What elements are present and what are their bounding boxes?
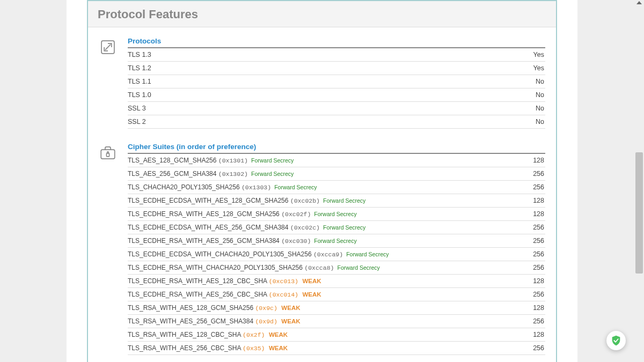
ciphers-title: Cipher Suites (in order of preference): [128, 143, 545, 154]
cipher-cell: TLS_RSA_WITH_AES_128_CBC_SHA (0x2f) WEAK: [128, 328, 526, 342]
page-container: Protocol Features Protocols TLS 1.3YesTL…: [67, 0, 577, 362]
table-row: TLS_ECDHE_ECDSA_WITH_AES_256_GCM_SHA384 …: [128, 221, 545, 234]
cipher-name: TLS_ECDHE_RSA_WITH_AES_128_GCM_SHA256: [128, 210, 281, 218]
cipher-cell: TLS_RSA_WITH_AES_128_GCM_SHA256 (0x9c) W…: [128, 301, 526, 315]
cipher-hex: (0xc02b): [290, 197, 320, 204]
cipher-bits: 256: [526, 167, 545, 181]
protocol-value: No: [410, 115, 545, 129]
table-row: TLS 1.3Yes: [128, 48, 545, 62]
table-row: TLS_ECDHE_RSA_WITH_CHACHA20_POLY1305_SHA…: [128, 261, 545, 275]
scroll-up-arrow-icon[interactable]: [636, 1, 642, 4]
table-row: TLS_ECDHE_RSA_WITH_AES_128_CBC_SHA (0xc0…: [128, 275, 545, 288]
cipher-cell: TLS_ECDHE_RSA_WITH_AES_128_CBC_SHA (0xc0…: [128, 275, 526, 288]
cipher-cell: TLS_ECDHE_ECDSA_WITH_CHACHA20_POLY1305_S…: [128, 248, 526, 261]
cipher-name: TLS_ECDHE_ECDSA_WITH_CHACHA20_POLY1305_S…: [128, 250, 313, 258]
protocol-name: SSL 3: [128, 102, 410, 115]
protocol-value: Yes: [410, 48, 545, 62]
cipher-cell: TLS_ECDHE_RSA_WITH_AES_256_CBC_SHA (0xc0…: [128, 288, 526, 301]
protocol-name: TLS 1.0: [128, 88, 410, 102]
cipher-cell: TLS_AES_128_GCM_SHA256 (0x1301)Forward S…: [128, 154, 526, 167]
ciphers-table: TLS_AES_128_GCM_SHA256 (0x1301)Forward S…: [128, 154, 545, 355]
cipher-cell: TLS_RSA_WITH_AES_256_GCM_SHA384 (0x9d) W…: [128, 315, 526, 328]
protocols-title: Protocols: [128, 37, 545, 48]
weak-tag: WEAK: [302, 291, 321, 298]
cipher-hex: (0xc030): [281, 238, 311, 245]
cipher-cell: TLS_ECDHE_RSA_WITH_CHACHA20_POLY1305_SHA…: [128, 261, 526, 275]
protocol-name: TLS 1.1: [128, 75, 410, 88]
cipher-name: TLS_ECDHE_RSA_WITH_AES_256_CBC_SHA: [128, 291, 269, 298]
cipher-hex: (0x1302): [218, 171, 248, 178]
forward-secrecy-tag: Forward Secrecy: [314, 211, 356, 217]
cipher-cell: TLS_RSA_WITH_AES_256_CBC_SHA (0x35) WEAK: [128, 342, 526, 355]
expand-icon: [99, 37, 125, 129]
cipher-bits: 256: [526, 261, 545, 275]
cipher-name: TLS_RSA_WITH_AES_128_GCM_SHA256: [128, 304, 255, 312]
cipher-name: TLS_RSA_WITH_AES_128_CBC_SHA: [128, 331, 243, 338]
table-row: TLS_ECDHE_RSA_WITH_AES_128_GCM_SHA256 (0…: [128, 208, 545, 221]
weak-tag: WEAK: [302, 278, 321, 284]
cipher-hex: (0xcca9): [313, 251, 343, 258]
cipher-bits: 256: [526, 234, 545, 248]
ciphers-section: Cipher Suites (in order of preference) T…: [99, 143, 545, 355]
protocol-features-panel: Protocol Features Protocols TLS 1.3YesTL…: [87, 0, 557, 362]
protocol-name: SSL 2: [128, 115, 410, 129]
panel-header: Protocol Features: [88, 1, 556, 27]
cipher-name: TLS_RSA_WITH_AES_256_GCM_SHA384: [128, 317, 255, 325]
cipher-cell: TLS_ECDHE_RSA_WITH_AES_128_GCM_SHA256 (0…: [128, 208, 526, 221]
cipher-name: TLS_RSA_WITH_AES_256_CBC_SHA: [128, 344, 243, 352]
protocol-value: No: [410, 102, 545, 115]
panel-title: Protocol Features: [98, 8, 546, 21]
cipher-name: TLS_ECDHE_RSA_WITH_AES_128_CBC_SHA: [128, 277, 269, 285]
cipher-hex: (0x1301): [218, 157, 248, 164]
forward-secrecy-tag: Forward Secrecy: [346, 251, 389, 257]
protocol-name: TLS 1.2: [128, 62, 410, 75]
cipher-bits: 128: [526, 301, 545, 315]
cipher-hex: (0xc014): [269, 291, 298, 298]
table-row: TLS_ECDHE_RSA_WITH_AES_256_CBC_SHA (0xc0…: [128, 288, 545, 301]
protocol-value: Yes: [410, 62, 545, 75]
table-row: TLS_RSA_WITH_AES_256_CBC_SHA (0x35) WEAK…: [128, 342, 545, 355]
table-row: TLS 1.0No: [128, 88, 545, 102]
cipher-name: TLS_ECDHE_ECDSA_WITH_AES_256_GCM_SHA384: [128, 224, 290, 231]
cipher-bits: 256: [526, 288, 545, 301]
protocols-table: TLS 1.3YesTLS 1.2YesTLS 1.1NoTLS 1.0NoSS…: [128, 48, 545, 129]
cipher-name: TLS_CHACHA20_POLY1305_SHA256: [128, 183, 241, 191]
cipher-name: TLS_ECDHE_RSA_WITH_AES_256_GCM_SHA384: [128, 237, 281, 245]
forward-secrecy-tag: Forward Secrecy: [314, 238, 356, 244]
cipher-name: TLS_AES_128_GCM_SHA256: [128, 157, 218, 164]
protocol-name: TLS 1.3: [128, 48, 410, 62]
forward-secrecy-tag: Forward Secrecy: [251, 171, 294, 177]
security-badge-button[interactable]: [606, 331, 626, 350]
table-row: TLS 1.1No: [128, 75, 545, 88]
cipher-cell: TLS_ECDHE_RSA_WITH_AES_256_GCM_SHA384 (0…: [128, 234, 526, 248]
cipher-bits: 256: [526, 342, 545, 355]
table-row: TLS_ECDHE_ECDSA_WITH_CHACHA20_POLY1305_S…: [128, 248, 545, 261]
cipher-hex: (0x9c): [255, 305, 277, 312]
scrollbar-thumb[interactable]: [635, 152, 643, 274]
cipher-name: TLS_AES_256_GCM_SHA384: [128, 170, 218, 178]
table-row: TLS_RSA_WITH_AES_128_GCM_SHA256 (0x9c) W…: [128, 301, 545, 315]
ciphers-content: Cipher Suites (in order of preference) T…: [125, 143, 545, 355]
table-row: TLS_CHACHA20_POLY1305_SHA256 (0x1303)For…: [128, 181, 545, 194]
cipher-bits: 128: [526, 194, 545, 208]
table-row: TLS_AES_256_GCM_SHA384 (0x1302)Forward S…: [128, 167, 545, 181]
protocol-value: No: [410, 88, 545, 102]
forward-secrecy-tag: Forward Secrecy: [323, 224, 365, 231]
cipher-name: TLS_ECDHE_ECDSA_WITH_AES_128_GCM_SHA256: [128, 197, 290, 204]
cipher-bits: 256: [526, 248, 545, 261]
forward-secrecy-tag: Forward Secrecy: [337, 264, 379, 271]
cipher-cell: TLS_CHACHA20_POLY1305_SHA256 (0x1303)For…: [128, 181, 526, 194]
forward-secrecy-tag: Forward Secrecy: [251, 157, 294, 164]
cipher-hex: (0xcca8): [304, 264, 334, 271]
cipher-bits: 256: [526, 181, 545, 194]
cipher-hex: (0x9d): [255, 318, 277, 325]
cipher-hex: (0x2f): [243, 331, 265, 338]
weak-tag: WEAK: [269, 331, 288, 338]
cipher-bits: 128: [526, 154, 545, 167]
briefcase-lock-icon: [99, 143, 125, 355]
cipher-bits: 128: [526, 208, 545, 221]
table-row: TLS_ECDHE_ECDSA_WITH_AES_128_GCM_SHA256 …: [128, 194, 545, 208]
cipher-hex: (0xc013): [269, 278, 298, 285]
cipher-bits: 256: [526, 221, 545, 234]
cipher-bits: 256: [526, 315, 545, 328]
